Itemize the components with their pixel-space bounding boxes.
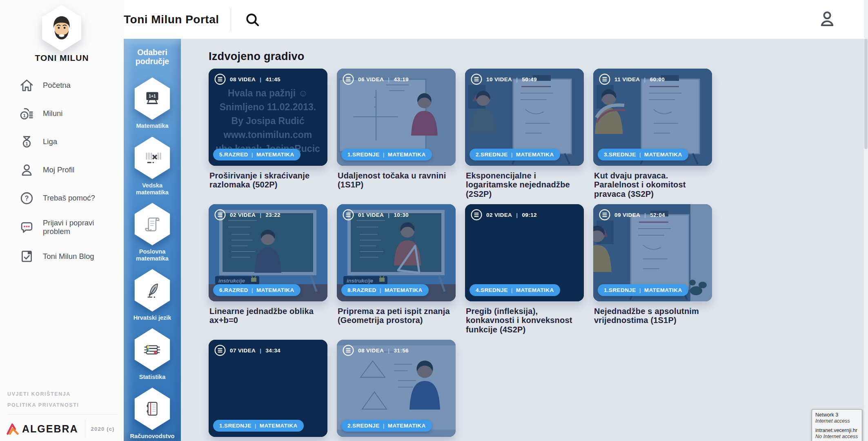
level-subject-badge: 2.SREDNJE | MATEMATIKA bbox=[470, 149, 560, 160]
badge-separator: | bbox=[511, 287, 513, 293]
video-thumbnail[interactable]: instrukcije 01 VIDEA | 10:30 8.RAZRED | … bbox=[337, 204, 456, 301]
video-count: 02 VIDEA bbox=[230, 212, 256, 218]
sidebar-item-label: Moj Profil bbox=[43, 165, 74, 174]
svg-text:By Josipa Rudić: By Josipa Rudić bbox=[231, 116, 305, 126]
network-status: No Internet access bbox=[815, 434, 859, 439]
video-count: 08 VIDEA bbox=[230, 76, 256, 82]
category-list: 1+1 Matematika Vedska matematika Poslovn… bbox=[124, 77, 181, 440]
video-count-badge: 06 VIDEA | 43:19 bbox=[342, 73, 409, 85]
video-card[interactable]: 02 VIDEA | 09:12 4.SREDNJE | MATEMATIKA … bbox=[465, 204, 584, 340]
badge-separator: | bbox=[388, 212, 389, 218]
card-grid: Hvala na pažnji ☺Snimljeno 11.02.2013.By… bbox=[209, 69, 712, 441]
video-thumbnail[interactable]: 09 VIDEA | 52:04 1.SREDNJE | MATEMATIKA bbox=[593, 204, 712, 301]
video-card[interactable]: instrukcije 01 VIDEA | 10:30 8.RAZRED | … bbox=[337, 204, 456, 340]
level-tag: 3.SREDNJE bbox=[604, 151, 636, 158]
sidebar-item-liga[interactable]: 1 Liga bbox=[0, 134, 124, 149]
video-count-badge: 11 VIDEA | 60:00 bbox=[599, 73, 665, 85]
page-title: Izdvojeno gradivo bbox=[209, 50, 305, 63]
video-count: 01 VIDEA bbox=[358, 212, 384, 218]
video-duration: 41:45 bbox=[265, 76, 280, 82]
category-item-racunovodstvo[interactable]: Računovodstvo bbox=[124, 388, 181, 440]
playlist-icon bbox=[342, 344, 354, 356]
category-item-poslovna-matematika[interactable]: Poslovna matematika bbox=[124, 203, 181, 262]
video-thumbnail[interactable]: 02 VIDEA | 09:12 4.SREDNJE | MATEMATIKA bbox=[465, 204, 584, 301]
video-card[interactable]: 07 VIDEA | 34:34 1.SREDNJE | MATEMATIKA bbox=[209, 340, 327, 441]
profile-icon bbox=[19, 162, 34, 178]
category-item-statistika[interactable]: Statistika bbox=[124, 328, 181, 381]
video-card[interactable]: Hvala na pažnji ☺Snimljeno 11.02.2013.By… bbox=[209, 69, 327, 204]
video-duration: 34:34 bbox=[265, 347, 280, 354]
footer-divider bbox=[7, 414, 118, 414]
video-thumbnail[interactable]: 06 VIDEA | 43:19 1.SREDNJE | MATEMATIKA bbox=[337, 69, 456, 166]
playlist-icon bbox=[599, 209, 611, 221]
link-politika-privatnosti[interactable]: POLITIKA PRIVATNOSTI bbox=[7, 402, 124, 408]
video-title: Udaljenost točaka u ravnini (1S1P) bbox=[338, 171, 455, 189]
video-title: Proširivanje i skraćivanje razlomaka (50… bbox=[209, 171, 327, 189]
video-count-badge: 08 VIDEA | 41:45 bbox=[214, 73, 280, 85]
badge-separator: | bbox=[260, 76, 261, 82]
level-subject-badge: 2.SREDNJE | MATEMATIKA bbox=[341, 420, 432, 432]
link-uvjeti-koristenja[interactable]: UVJETI KORIŠTENJA bbox=[7, 391, 124, 397]
level-tag: 8.RAZRED bbox=[347, 287, 376, 293]
video-count-badge: 07 VIDEA | 34:34 bbox=[214, 344, 280, 356]
video-count: 08 VIDEA bbox=[358, 347, 384, 354]
subject-tag: MATEMATIKA bbox=[388, 423, 426, 429]
algebra-logo-text: ALGEBRA bbox=[22, 423, 78, 435]
matematika-board-icon: 1+1 bbox=[124, 77, 181, 120]
account-icon[interactable] bbox=[817, 9, 837, 29]
video-thumbnail[interactable]: Hvala na pažnji ☺Snimljeno 11.02.2013.By… bbox=[209, 69, 327, 166]
level-subject-badge: 3.SREDNJE | MATEMATIKA bbox=[598, 149, 688, 160]
scrollbar-thumb[interactable] bbox=[864, 39, 868, 149]
video-thumbnail[interactable]: instrukcije 02 VIDEA | 23:22 6.RAZRED | … bbox=[209, 204, 327, 301]
video-thumbnail[interactable]: 10 VIDEA | 50:49 2.SREDNJE | MATEMATIKA bbox=[465, 69, 584, 166]
video-thumbnail[interactable]: 08 VIDEA | 31:56 2.SREDNJE | MATEMATIKA bbox=[337, 340, 456, 437]
video-title: Kut dvaju pravaca. Paralelnost i okomito… bbox=[594, 171, 711, 198]
video-card[interactable]: 08 VIDEA | 31:56 2.SREDNJE | MATEMATIKA bbox=[337, 340, 456, 441]
level-tag: 4.SREDNJE bbox=[476, 287, 508, 293]
category-item-hrvatski-jezik[interactable]: Hrvatski jezik bbox=[124, 269, 181, 321]
scrollbar[interactable] bbox=[864, 0, 868, 441]
video-thumbnail[interactable]: 07 VIDEA | 34:34 1.SREDNJE | MATEMATIKA bbox=[209, 340, 327, 437]
sidebar-item-blog[interactable]: Toni Milun Blog bbox=[0, 249, 124, 264]
video-title: Nejednadžbe s apsolutnim vrijednostima (… bbox=[594, 307, 711, 325]
category-item-matematika[interactable]: 1+1 Matematika bbox=[124, 77, 181, 129]
video-duration: 23:22 bbox=[265, 212, 280, 218]
video-title: Priprema za peti ispit znanja (Geometrij… bbox=[338, 307, 455, 325]
level-tag: 6.RAZRED bbox=[219, 287, 248, 293]
sidebar-item-pocetna[interactable]: Početna bbox=[0, 78, 124, 93]
badge-separator: | bbox=[251, 151, 253, 158]
badge-separator: | bbox=[383, 151, 385, 158]
video-card[interactable]: 06 VIDEA | 43:19 1.SREDNJE | MATEMATIKA … bbox=[337, 69, 456, 204]
sidebar-item-miluni[interactable]: 1 Miluni bbox=[0, 106, 124, 121]
sidebar-item-prijavi-problem[interactable]: Prijavi i popravi problem bbox=[0, 218, 124, 236]
category-item-vedska-matematika[interactable]: Vedska matematika bbox=[124, 137, 181, 196]
video-count-badge: 08 VIDEA | 31:56 bbox=[342, 344, 409, 356]
report-problem-icon bbox=[19, 219, 34, 235]
category-label: Statistika bbox=[124, 374, 181, 381]
level-tag: 2.SREDNJE bbox=[347, 423, 380, 429]
badge-separator: | bbox=[516, 76, 518, 82]
video-count-badge: 02 VIDEA | 09:12 bbox=[470, 209, 537, 221]
level-tag: 1.SREDNJE bbox=[219, 423, 251, 429]
category-label: Matematika bbox=[124, 122, 181, 129]
statistika-books-icon bbox=[124, 328, 181, 371]
network-popup: Network 3 Internet access intranet.vecer… bbox=[812, 409, 862, 441]
video-card[interactable]: instrukcije 02 VIDEA | 23:22 6.RAZRED | … bbox=[209, 204, 327, 340]
footer-brand-row: ALGEBRA 2020 (c) bbox=[5, 420, 124, 438]
video-thumbnail[interactable]: 11 VIDEA | 60:00 3.SREDNJE | MATEMATIKA bbox=[593, 69, 712, 166]
help-icon: ? bbox=[19, 190, 34, 206]
video-title: Eksponencijalne i logaritamske nejednadž… bbox=[466, 171, 583, 198]
subject-tag: MATEMATIKA bbox=[644, 151, 682, 158]
level-subject-badge: 6.RAZRED | MATEMATIKA bbox=[213, 284, 300, 296]
sidebar-item-trebas-pomoc[interactable]: ? Trebaš pomoć? bbox=[0, 190, 124, 206]
video-card[interactable]: 09 VIDEA | 52:04 1.SREDNJE | MATEMATIKA … bbox=[593, 204, 712, 340]
svg-text:1: 1 bbox=[23, 113, 26, 118]
svg-text:Snimljeno 11.02.2013.: Snimljeno 11.02.2013. bbox=[220, 102, 316, 112]
sidebar-item-moj-profil[interactable]: Moj Profil bbox=[0, 162, 124, 178]
sidebar-item-label: Početna bbox=[43, 81, 71, 89]
video-count-badge: 10 VIDEA | 50:49 bbox=[470, 73, 537, 85]
video-card[interactable]: 10 VIDEA | 50:49 2.SREDNJE | MATEMATIKA … bbox=[465, 69, 584, 204]
video-card[interactable]: 11 VIDEA | 60:00 3.SREDNJE | MATEMATIKA … bbox=[593, 69, 712, 204]
search-icon[interactable] bbox=[244, 11, 260, 28]
video-duration: 52:04 bbox=[650, 212, 665, 218]
